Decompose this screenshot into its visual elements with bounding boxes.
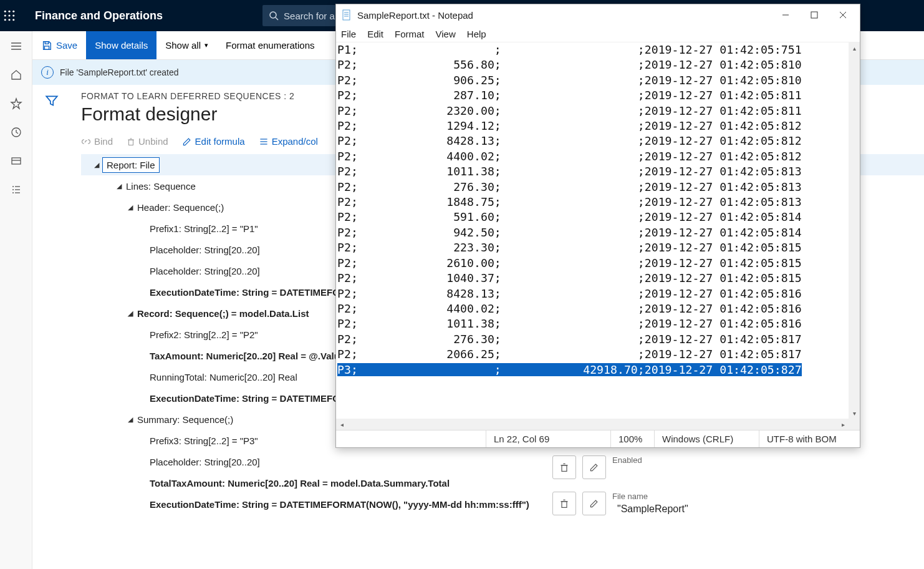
format-enum-button[interactable]: Format enumerations xyxy=(217,31,324,59)
horizontal-scrollbar[interactable]: ◂▸ xyxy=(336,419,849,430)
notepad-title: SampleReport.txt - Notepad xyxy=(357,10,473,21)
svg-point-5 xyxy=(12,14,14,16)
status-zoom: 100% xyxy=(610,430,654,447)
notepad-titlebar[interactable]: SampleReport.txt - Notepad xyxy=(336,4,860,26)
edit-formula-button[interactable]: Edit formula xyxy=(182,136,245,147)
menu-format[interactable]: Format xyxy=(395,29,425,39)
workspace-icon[interactable] xyxy=(9,153,24,168)
menu-view[interactable]: View xyxy=(436,29,456,39)
bind-button[interactable]: Bind xyxy=(81,136,113,147)
modules-icon[interactable] xyxy=(9,182,24,197)
svg-rect-23 xyxy=(45,41,48,44)
scroll-down-icon[interactable]: ▾ xyxy=(849,407,860,419)
show-all-button[interactable]: Show all▾ xyxy=(156,31,217,59)
svg-rect-24 xyxy=(44,46,49,49)
status-position: Ln 22, Col 69 xyxy=(486,430,610,447)
scroll-right-icon[interactable]: ▸ xyxy=(837,419,849,430)
star-icon[interactable] xyxy=(9,96,24,111)
menu-edit[interactable]: Edit xyxy=(367,29,383,39)
scroll-left-icon[interactable]: ◂ xyxy=(336,419,347,430)
edit-button[interactable] xyxy=(582,492,606,515)
vertical-scrollbar[interactable]: ▴▾ xyxy=(849,42,860,419)
notepad-body[interactable]: P1; ; ;2019-12-27 01:42:05:751 P2; 556.8… xyxy=(336,42,860,430)
minimize-button[interactable] xyxy=(771,6,800,24)
notepad-menubar: File Edit Format View Help xyxy=(336,26,860,42)
filter-icon[interactable] xyxy=(45,94,59,107)
svg-line-10 xyxy=(276,17,278,20)
unbind-button[interactable]: Unbind xyxy=(127,136,168,147)
filename-value: "SampleReport" xyxy=(612,503,688,515)
left-rail xyxy=(0,31,32,569)
app-name: Finance and Operations xyxy=(35,9,163,22)
delete-button[interactable] xyxy=(552,492,576,515)
svg-point-8 xyxy=(12,19,14,21)
svg-point-3 xyxy=(4,14,6,16)
delete-button[interactable] xyxy=(552,455,576,479)
hamburger-icon[interactable] xyxy=(9,39,24,54)
svg-rect-29 xyxy=(562,465,567,472)
filename-label: File name xyxy=(612,492,688,501)
chevron-down-icon: ▾ xyxy=(205,41,208,49)
save-button[interactable]: Save xyxy=(32,31,86,59)
show-details-button[interactable]: Show details xyxy=(86,31,156,59)
close-button[interactable] xyxy=(829,6,857,24)
notepad-text[interactable]: P1; ; ;2019-12-27 01:42:05:751 P2; 556.8… xyxy=(336,42,860,377)
svg-point-0 xyxy=(4,11,6,12)
scroll-corner xyxy=(849,419,860,430)
global-search[interactable]: Search for a xyxy=(262,5,341,26)
svg-rect-15 xyxy=(12,158,21,164)
svg-point-7 xyxy=(8,19,10,21)
menu-file[interactable]: File xyxy=(341,29,356,39)
status-eol: Windows (CRLF) xyxy=(654,430,759,447)
expand-collapse-button[interactable]: Expand/col xyxy=(259,136,318,147)
waffle-icon[interactable] xyxy=(4,10,30,21)
svg-rect-25 xyxy=(129,140,133,145)
svg-point-9 xyxy=(270,12,276,18)
scroll-up-icon[interactable]: ▴ xyxy=(849,42,860,54)
svg-rect-36 xyxy=(811,12,817,18)
svg-point-6 xyxy=(4,19,6,21)
svg-rect-30 xyxy=(562,502,567,508)
notepad-window: SampleReport.txt - Notepad File Edit For… xyxy=(335,4,860,448)
edit-button[interactable] xyxy=(582,455,606,479)
home-icon[interactable] xyxy=(9,67,24,82)
properties-panel: Enabled File name "SampleReport" xyxy=(552,455,914,528)
status-encoding: UTF-8 with BOM xyxy=(759,430,860,447)
notepad-icon xyxy=(341,9,352,21)
info-icon: i xyxy=(41,66,54,79)
maximize-button[interactable] xyxy=(800,6,829,24)
enabled-label: Enabled xyxy=(612,455,642,465)
notepad-statusbar: Ln 22, Col 69 100% Windows (CRLF) UTF-8 … xyxy=(336,430,860,447)
svg-rect-31 xyxy=(343,10,350,20)
info-message: File 'SampleReport.txt' created xyxy=(60,67,179,77)
svg-point-2 xyxy=(12,11,14,12)
search-placeholder: Search for a xyxy=(284,11,335,21)
menu-help[interactable]: Help xyxy=(467,29,486,39)
clock-icon[interactable] xyxy=(9,125,24,140)
svg-point-1 xyxy=(8,11,10,12)
svg-point-4 xyxy=(8,14,10,16)
